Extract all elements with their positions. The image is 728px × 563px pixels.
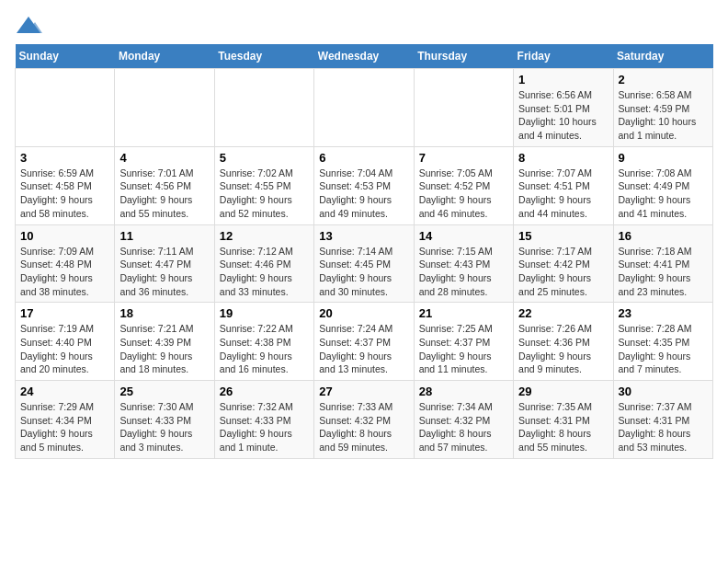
calendar-cell: 22Sunrise: 7:26 AM Sunset: 4:36 PM Dayli… [514, 303, 613, 381]
day-info: Sunrise: 7:25 AM Sunset: 4:37 PM Dayligh… [419, 322, 508, 376]
day-number: 21 [419, 306, 508, 320]
day-number: 20 [319, 306, 408, 320]
day-number: 28 [419, 385, 508, 398]
day-number: 16 [619, 229, 708, 243]
day-number: 29 [518, 385, 608, 398]
day-number: 23 [619, 306, 708, 320]
weekday-header-tuesday: Tuesday [214, 44, 313, 69]
calendar-cell: 12Sunrise: 7:12 AM Sunset: 4:46 PM Dayli… [214, 224, 313, 303]
calendar-cell: 6Sunrise: 7:04 AM Sunset: 4:53 PM Daylig… [314, 146, 414, 224]
day-info: Sunrise: 7:18 AM Sunset: 4:41 PM Dayligh… [619, 245, 708, 299]
calendar-cell: 20Sunrise: 7:24 AM Sunset: 4:37 PM Dayli… [314, 303, 414, 381]
day-number: 6 [319, 151, 408, 165]
calendar-week-4: 17Sunrise: 7:19 AM Sunset: 4:40 PM Dayli… [16, 303, 713, 381]
day-info: Sunrise: 6:56 AM Sunset: 5:01 PM Dayligh… [518, 88, 608, 143]
calendar-cell: 3Sunrise: 6:59 AM Sunset: 4:58 PM Daylig… [16, 146, 115, 224]
day-number: 8 [518, 151, 608, 165]
day-info: Sunrise: 7:30 AM Sunset: 4:33 PM Dayligh… [119, 400, 209, 454]
calendar-cell: 27Sunrise: 7:33 AM Sunset: 4:32 PM Dayli… [314, 381, 414, 459]
day-info: Sunrise: 7:37 AM Sunset: 4:31 PM Dayligh… [619, 400, 708, 454]
day-number: 14 [419, 229, 508, 243]
calendar-cell: 29Sunrise: 7:35 AM Sunset: 4:31 PM Dayli… [514, 381, 613, 459]
weekday-header-friday: Friday [514, 44, 613, 69]
calendar-week-5: 24Sunrise: 7:29 AM Sunset: 4:34 PM Dayli… [16, 381, 713, 459]
day-info: Sunrise: 7:12 AM Sunset: 4:46 PM Dayligh… [220, 245, 309, 299]
calendar-cell: 28Sunrise: 7:34 AM Sunset: 4:32 PM Dayli… [414, 381, 513, 459]
calendar-table: SundayMondayTuesdayWednesdayThursdayFrid… [15, 44, 713, 459]
day-info: Sunrise: 7:15 AM Sunset: 4:43 PM Dayligh… [419, 245, 508, 299]
day-info: Sunrise: 6:59 AM Sunset: 4:58 PM Dayligh… [20, 167, 109, 221]
day-info: Sunrise: 7:28 AM Sunset: 4:35 PM Dayligh… [619, 322, 708, 376]
day-info: Sunrise: 7:09 AM Sunset: 4:48 PM Dayligh… [20, 245, 109, 299]
weekday-header-row: SundayMondayTuesdayWednesdayThursdayFrid… [16, 44, 713, 69]
calendar-week-3: 10Sunrise: 7:09 AM Sunset: 4:48 PM Dayli… [16, 224, 713, 303]
day-info: Sunrise: 7:07 AM Sunset: 4:51 PM Dayligh… [518, 167, 608, 221]
calendar-week-1: 1Sunrise: 6:56 AM Sunset: 5:01 PM Daylig… [16, 69, 713, 147]
calendar-cell: 14Sunrise: 7:15 AM Sunset: 4:43 PM Dayli… [414, 224, 513, 303]
day-number: 26 [220, 385, 309, 398]
calendar-cell [16, 69, 115, 147]
weekday-header-saturday: Saturday [613, 44, 712, 69]
day-number: 11 [119, 229, 209, 243]
calendar-cell: 2Sunrise: 6:58 AM Sunset: 4:59 PM Daylig… [613, 69, 712, 147]
calendar-week-2: 3Sunrise: 6:59 AM Sunset: 4:58 PM Daylig… [16, 146, 713, 224]
logo-icon [15, 15, 42, 37]
day-info: Sunrise: 6:58 AM Sunset: 4:59 PM Dayligh… [619, 88, 708, 143]
day-info: Sunrise: 7:33 AM Sunset: 4:32 PM Dayligh… [319, 400, 408, 454]
day-number: 9 [619, 151, 708, 165]
calendar-cell: 15Sunrise: 7:17 AM Sunset: 4:42 PM Dayli… [514, 224, 613, 303]
day-number: 10 [20, 229, 109, 243]
day-info: Sunrise: 7:21 AM Sunset: 4:39 PM Dayligh… [119, 322, 209, 376]
day-number: 15 [518, 229, 608, 243]
calendar-cell: 13Sunrise: 7:14 AM Sunset: 4:45 PM Dayli… [314, 224, 414, 303]
calendar-cell: 4Sunrise: 7:01 AM Sunset: 4:56 PM Daylig… [115, 146, 214, 224]
calendar-cell: 16Sunrise: 7:18 AM Sunset: 4:41 PM Dayli… [613, 224, 712, 303]
day-info: Sunrise: 7:05 AM Sunset: 4:52 PM Dayligh… [419, 167, 508, 221]
header [15, 15, 713, 37]
calendar-cell: 7Sunrise: 7:05 AM Sunset: 4:52 PM Daylig… [414, 146, 513, 224]
day-info: Sunrise: 7:14 AM Sunset: 4:45 PM Dayligh… [319, 245, 408, 299]
day-number: 3 [20, 151, 109, 165]
calendar-cell: 11Sunrise: 7:11 AM Sunset: 4:47 PM Dayli… [115, 224, 214, 303]
calendar-cell [115, 69, 214, 147]
day-number: 12 [220, 229, 309, 243]
day-info: Sunrise: 7:35 AM Sunset: 4:31 PM Dayligh… [518, 400, 608, 454]
day-number: 1 [518, 73, 608, 86]
day-info: Sunrise: 7:19 AM Sunset: 4:40 PM Dayligh… [20, 322, 109, 376]
weekday-header-wednesday: Wednesday [314, 44, 414, 69]
day-number: 4 [119, 151, 209, 165]
day-info: Sunrise: 7:22 AM Sunset: 4:38 PM Dayligh… [220, 322, 309, 376]
weekday-header-thursday: Thursday [414, 44, 513, 69]
calendar-cell [214, 69, 313, 147]
day-info: Sunrise: 7:24 AM Sunset: 4:37 PM Dayligh… [319, 322, 408, 376]
calendar-cell: 10Sunrise: 7:09 AM Sunset: 4:48 PM Dayli… [16, 224, 115, 303]
day-number: 22 [518, 306, 608, 320]
calendar-cell: 5Sunrise: 7:02 AM Sunset: 4:55 PM Daylig… [214, 146, 313, 224]
day-info: Sunrise: 7:34 AM Sunset: 4:32 PM Dayligh… [419, 400, 508, 454]
day-info: Sunrise: 7:02 AM Sunset: 4:55 PM Dayligh… [220, 167, 309, 221]
calendar-cell: 19Sunrise: 7:22 AM Sunset: 4:38 PM Dayli… [214, 303, 313, 381]
day-number: 17 [20, 306, 109, 320]
calendar-cell: 24Sunrise: 7:29 AM Sunset: 4:34 PM Dayli… [16, 381, 115, 459]
day-number: 13 [319, 229, 408, 243]
calendar-cell: 8Sunrise: 7:07 AM Sunset: 4:51 PM Daylig… [514, 146, 613, 224]
day-number: 18 [119, 306, 209, 320]
calendar-cell: 25Sunrise: 7:30 AM Sunset: 4:33 PM Dayli… [115, 381, 214, 459]
calendar-cell: 30Sunrise: 7:37 AM Sunset: 4:31 PM Dayli… [613, 381, 712, 459]
day-info: Sunrise: 7:17 AM Sunset: 4:42 PM Dayligh… [518, 245, 608, 299]
day-number: 27 [319, 385, 408, 398]
day-number: 30 [619, 385, 708, 398]
day-info: Sunrise: 7:11 AM Sunset: 4:47 PM Dayligh… [119, 245, 209, 299]
day-info: Sunrise: 7:04 AM Sunset: 4:53 PM Dayligh… [319, 167, 408, 221]
weekday-header-monday: Monday [115, 44, 214, 69]
day-number: 7 [419, 151, 508, 165]
calendar-cell: 21Sunrise: 7:25 AM Sunset: 4:37 PM Dayli… [414, 303, 513, 381]
day-number: 19 [220, 306, 309, 320]
day-info: Sunrise: 7:26 AM Sunset: 4:36 PM Dayligh… [518, 322, 608, 376]
calendar-cell: 18Sunrise: 7:21 AM Sunset: 4:39 PM Dayli… [115, 303, 214, 381]
day-info: Sunrise: 7:08 AM Sunset: 4:49 PM Dayligh… [619, 167, 708, 221]
day-number: 25 [119, 385, 209, 398]
day-info: Sunrise: 7:29 AM Sunset: 4:34 PM Dayligh… [20, 400, 109, 454]
calendar-cell: 23Sunrise: 7:28 AM Sunset: 4:35 PM Dayli… [613, 303, 712, 381]
calendar-body: 1Sunrise: 6:56 AM Sunset: 5:01 PM Daylig… [16, 69, 713, 459]
